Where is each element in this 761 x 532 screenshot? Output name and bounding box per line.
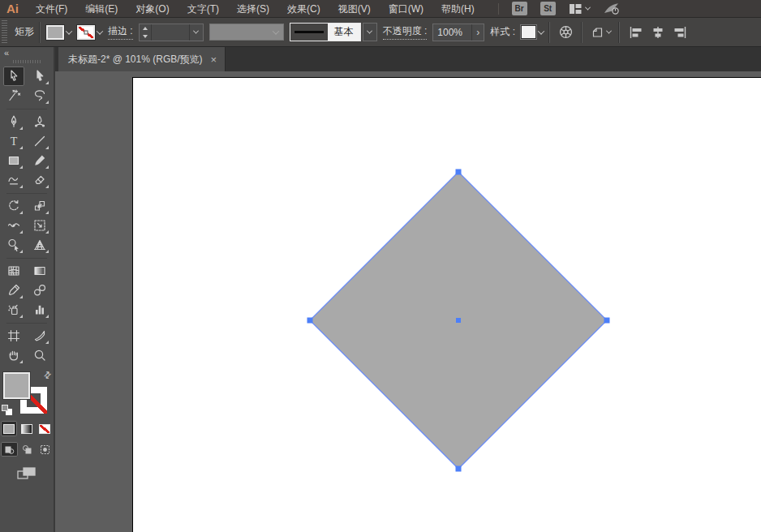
width-tool[interactable]	[3, 216, 24, 235]
stroke-panel-link[interactable]: 描边 :	[108, 24, 133, 40]
lasso-icon	[32, 88, 47, 103]
hand-tool[interactable]	[3, 345, 24, 365]
menu-window[interactable]: 窗口(W)	[380, 0, 432, 18]
stock-button[interactable]: St	[540, 2, 556, 15]
none-button[interactable]	[37, 421, 53, 436]
default-fill-stroke-icon[interactable]	[2, 405, 12, 415]
pen-tool[interactable]	[3, 112, 24, 131]
fill-stroke-proxy: ⇄	[2, 370, 52, 415]
stroke-profile-dropdown[interactable]	[363, 23, 377, 41]
rotate-tool[interactable]	[3, 196, 24, 216]
screen-mode-icon	[16, 466, 37, 481]
artboard-tool[interactable]	[3, 326, 24, 345]
chevron-down-icon	[272, 28, 278, 34]
menu-help[interactable]: 帮助(H)	[432, 0, 484, 18]
graphic-style-control[interactable]	[521, 25, 544, 39]
direct-selection-tool[interactable]	[29, 66, 50, 86]
stroke-weight-dropdown[interactable]	[189, 24, 203, 41]
opacity-value[interactable]: 100%	[433, 27, 471, 38]
eraser-tool[interactable]	[29, 170, 50, 190]
stroke-weight-control[interactable]	[139, 24, 204, 41]
collapse-panel-icon[interactable]: «	[0, 47, 11, 58]
gradient-button[interactable]	[19, 421, 35, 436]
draw-inside-button[interactable]	[37, 442, 54, 457]
divider	[498, 3, 499, 15]
perspective-grid-tool[interactable]	[29, 235, 50, 255]
menu-type[interactable]: 文字(T)	[178, 0, 228, 18]
free-transform-tool[interactable]	[29, 216, 50, 235]
opacity-control[interactable]: 100% ›	[432, 24, 484, 41]
bridge-button[interactable]: Br	[512, 2, 527, 15]
selection-overlay	[55, 71, 761, 532]
menu-bar: Ai 文件(F) 编辑(E) 对象(O) 文字(T) 选择(S) 效果(C) 视…	[0, 0, 761, 18]
scale-icon	[32, 199, 47, 213]
align-center-button[interactable]	[651, 26, 665, 39]
menu-select[interactable]: 选择(S)	[228, 0, 278, 18]
fill-color-control[interactable]	[46, 25, 71, 40]
stroke-weight-value[interactable]	[152, 24, 189, 41]
stroke-weight-stepper[interactable]	[140, 24, 152, 41]
slice-tool[interactable]	[29, 326, 50, 345]
line-segment-tool[interactable]	[29, 131, 50, 151]
shaper-tool[interactable]	[3, 170, 24, 190]
workspace-grid-icon	[569, 3, 583, 15]
stroke-none-swatch[interactable]	[77, 25, 95, 40]
center-anchor-point[interactable]	[456, 318, 461, 323]
gpu-performance-icon[interactable]	[603, 2, 621, 15]
rotate-icon	[6, 199, 21, 213]
anchor-point[interactable]	[456, 466, 462, 472]
blend-tool[interactable]	[29, 281, 50, 300]
anchor-point[interactable]	[604, 318, 610, 324]
fill-proxy-swatch[interactable]	[3, 372, 30, 399]
curvature-tool[interactable]	[29, 112, 50, 131]
swap-fill-stroke-icon[interactable]: ⇄	[41, 369, 54, 382]
screen-mode-button[interactable]	[16, 466, 37, 484]
gradient-tool[interactable]	[29, 261, 50, 281]
document-tab[interactable]: 未标题-2* @ 101% (RGB/预览) ×	[58, 47, 226, 71]
scale-tool[interactable]	[29, 196, 50, 216]
stroke-color-control[interactable]	[77, 25, 102, 40]
shape-builder-tool[interactable]	[3, 235, 24, 255]
selection-tool[interactable]	[3, 66, 24, 86]
anchor-point[interactable]	[307, 318, 313, 324]
brush-definition-dropdown-disabled	[209, 24, 284, 41]
column-graph-tool[interactable]	[29, 300, 50, 320]
workspace-switcher[interactable]	[569, 3, 590, 15]
paintbrush-tool[interactable]	[29, 151, 50, 170]
stepper-up-icon[interactable]	[143, 27, 148, 30]
menu-object[interactable]: 对象(O)	[127, 0, 178, 18]
menu-view[interactable]: 视图(V)	[329, 0, 380, 18]
menu-edit[interactable]: 编辑(E)	[76, 0, 127, 18]
opacity-expand-icon[interactable]: ›	[471, 24, 484, 41]
symbol-sprayer-tool[interactable]	[3, 300, 24, 320]
graphic-style-swatch[interactable]	[521, 25, 536, 39]
canvas-area[interactable]	[55, 71, 761, 532]
tool-group-divider	[3, 105, 50, 112]
menu-effect[interactable]: 效果(C)	[278, 0, 329, 18]
chevron-down-icon	[193, 28, 199, 34]
panel-grip[interactable]	[13, 60, 41, 63]
draw-behind-button[interactable]	[19, 442, 36, 457]
free-transform-icon	[32, 218, 47, 233]
draw-normal-button[interactable]	[1, 442, 18, 457]
variable-width-profile-control[interactable]: 基本	[290, 23, 377, 41]
zoom-tool[interactable]	[29, 345, 50, 365]
shape-options-button[interactable]	[588, 26, 613, 39]
stepper-down-icon[interactable]	[143, 35, 148, 38]
tab-close-icon[interactable]: ×	[211, 54, 217, 65]
align-right-button[interactable]	[673, 26, 687, 39]
fill-color-swatch[interactable]	[46, 25, 64, 40]
type-tool[interactable]: T	[3, 131, 24, 151]
panel-grip[interactable]	[2, 20, 7, 45]
rectangle-tool[interactable]	[3, 151, 24, 170]
align-left-button[interactable]	[629, 26, 643, 39]
menu-file[interactable]: 文件(F)	[27, 0, 76, 18]
anchor-point[interactable]	[456, 169, 462, 175]
magic-wand-tool[interactable]	[3, 86, 24, 105]
mesh-tool[interactable]	[3, 261, 24, 281]
eyedropper-tool[interactable]	[3, 281, 24, 300]
color-button[interactable]	[1, 421, 17, 436]
lasso-tool[interactable]	[29, 86, 50, 105]
recolor-artwork-button[interactable]	[556, 24, 576, 40]
opacity-panel-link[interactable]: 不透明度 :	[383, 24, 428, 40]
